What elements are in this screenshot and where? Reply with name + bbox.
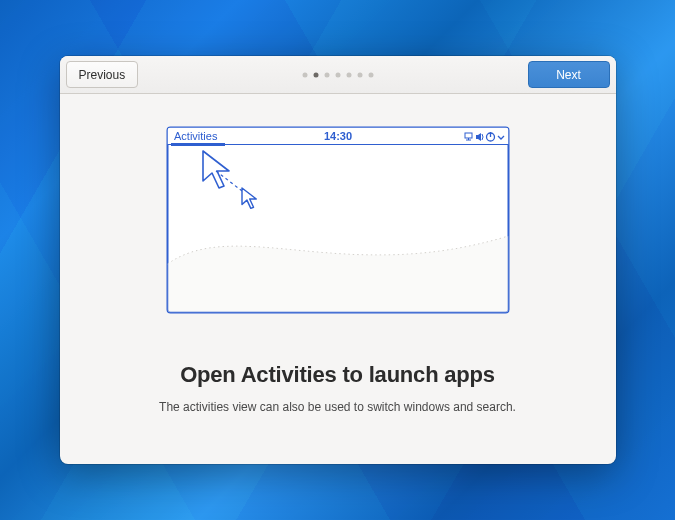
onboarding-window: Previous Next (60, 56, 616, 464)
page-dots (302, 72, 373, 77)
illustration-clock: 14:30 (323, 130, 351, 142)
page-subtext: The activities view can also be used to … (159, 400, 516, 414)
activities-illustration: Activities 14:30 (166, 126, 510, 314)
page-dot[interactable] (324, 72, 329, 77)
svg-rect-4 (171, 143, 225, 146)
page-dot[interactable] (368, 72, 373, 77)
headerbar: Previous Next (60, 56, 616, 94)
previous-button[interactable]: Previous (66, 61, 139, 88)
page-dot[interactable] (346, 72, 351, 77)
page-dot[interactable] (335, 72, 340, 77)
page-dot[interactable] (302, 72, 307, 77)
illustration-activities-text: Activities (174, 130, 218, 142)
page-dot[interactable] (313, 72, 318, 77)
desktop-wallpaper: Previous Next (0, 0, 675, 520)
page-heading: Open Activities to launch apps (180, 362, 495, 388)
page-dot[interactable] (357, 72, 362, 77)
next-button[interactable]: Next (528, 61, 610, 88)
content-area: Activities 14:30 (60, 94, 616, 464)
